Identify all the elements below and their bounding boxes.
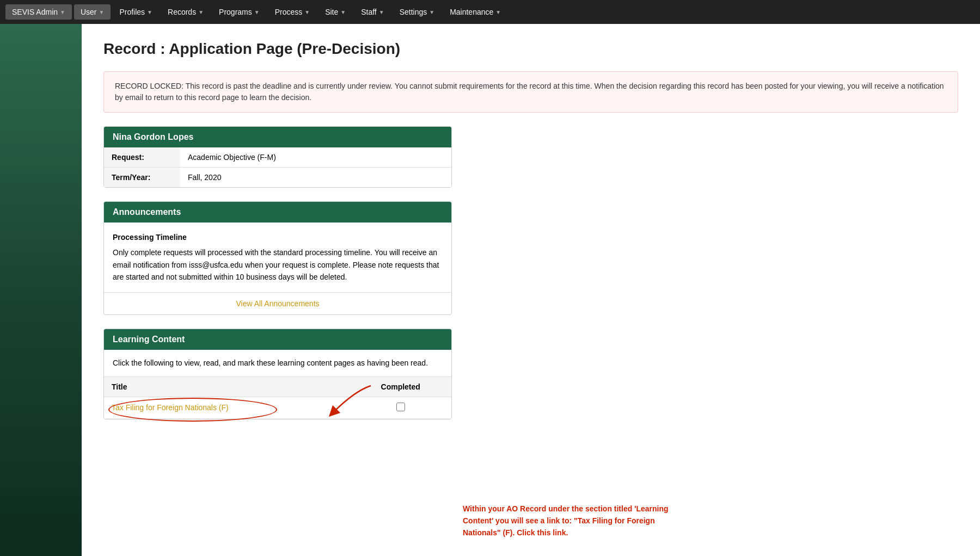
request-value: Academic Objective (F-M) xyxy=(180,147,451,168)
learning-intro-text: Click the following to view, read, and m… xyxy=(104,350,451,377)
right-annotation-panel: Within your AO Record under the section … xyxy=(463,329,670,539)
record-locked-alert: RECORD LOCKED: This record is past the d… xyxy=(103,71,958,113)
page-title: Record : Application Page (Pre-Decision) xyxy=(103,40,958,58)
announcements-card-header: Announcements xyxy=(104,202,451,223)
maintenance-arrow-icon: ▼ xyxy=(495,9,501,15)
learning-content-header: Learning Content xyxy=(104,329,451,350)
records-arrow-icon: ▼ xyxy=(198,9,204,15)
profile-card: Nina Gordon Lopes Request: Academic Obje… xyxy=(103,126,452,188)
annotation-text: Within your AO Record under the section … xyxy=(463,503,670,539)
nav-user[interactable]: User ▼ xyxy=(74,4,111,20)
table-row: Request: Academic Objective (F-M) xyxy=(104,147,451,168)
learning-content-body: Click the following to view, read, and m… xyxy=(104,350,451,419)
sidebar xyxy=(0,24,82,556)
sevis-admin-arrow-icon: ▼ xyxy=(60,9,65,15)
completed-checkbox[interactable] xyxy=(396,403,405,411)
term-year-label: Term/Year: xyxy=(104,168,180,188)
nav-maintenance[interactable]: Maintenance ▼ xyxy=(443,4,507,20)
main-content: Record : Application Page (Pre-Decision)… xyxy=(82,24,980,556)
nav-programs[interactable]: Programs ▼ xyxy=(212,4,266,20)
tax-filing-link[interactable]: Tax Filing for Foreign Nationals (F) xyxy=(112,403,229,412)
table-row: Term/Year: Fall, 2020 xyxy=(104,168,451,188)
nav-sevis-admin[interactable]: SEVIS Admin ▼ xyxy=(5,4,72,20)
learning-content-row: Tax Filing for Foreign Nationals (F) xyxy=(104,397,451,418)
site-arrow-icon: ▼ xyxy=(340,9,346,15)
profile-card-body: Request: Academic Objective (F-M) Term/Y… xyxy=(104,147,451,187)
announcement-title: Processing Timeline xyxy=(113,231,443,243)
completed-cell xyxy=(350,397,451,418)
announcements-card-body: Processing Timeline Only complete reques… xyxy=(104,223,451,314)
announcements-card: Announcements Processing Timeline Only c… xyxy=(103,201,452,315)
learning-table-header-row: Title Completed xyxy=(104,377,451,397)
nav-profiles[interactable]: Profiles ▼ xyxy=(113,4,159,20)
nav-site[interactable]: Site ▼ xyxy=(318,4,352,20)
nav-records[interactable]: Records ▼ xyxy=(161,4,210,20)
profile-card-header: Nina Gordon Lopes xyxy=(104,127,451,147)
settings-arrow-icon: ▼ xyxy=(429,9,434,15)
learning-title-cell: Tax Filing for Foreign Nationals (F) xyxy=(104,397,350,418)
profiles-arrow-icon: ▼ xyxy=(147,9,152,15)
request-label: Request: xyxy=(104,147,180,168)
view-all-announcements-link[interactable]: View All Announcements xyxy=(104,292,451,314)
nav-staff[interactable]: Staff ▼ xyxy=(354,4,390,20)
announcement-body: Only complete requests will processed wi… xyxy=(113,246,443,283)
title-column-header: Title xyxy=(104,377,350,397)
process-arrow-icon: ▼ xyxy=(304,9,310,15)
term-year-value: Fall, 2020 xyxy=(180,168,451,188)
learning-content-card: Learning Content Click the following to … xyxy=(103,329,452,419)
nav-settings[interactable]: Settings ▼ xyxy=(393,4,442,20)
profile-info-table: Request: Academic Objective (F-M) Term/Y… xyxy=(104,147,451,187)
announcement-content: Processing Timeline Only complete reques… xyxy=(104,223,451,292)
navbar: SEVIS Admin ▼ User ▼ Profiles ▼ Records … xyxy=(0,0,980,24)
completed-column-header: Completed xyxy=(350,377,451,397)
staff-arrow-icon: ▼ xyxy=(379,9,384,15)
nav-process[interactable]: Process ▼ xyxy=(268,4,316,20)
user-arrow-icon: ▼ xyxy=(99,9,105,15)
programs-arrow-icon: ▼ xyxy=(254,9,260,15)
learning-table: Title Completed Tax Filing for Foreign N… xyxy=(104,377,451,419)
